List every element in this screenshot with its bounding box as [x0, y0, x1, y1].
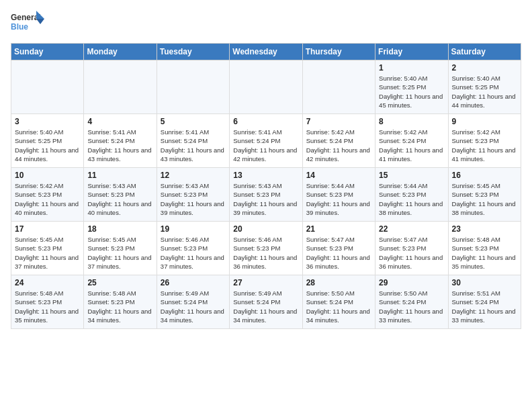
- day-info: Sunrise: 5:43 AM Sunset: 5:23 PM Dayligh…: [161, 181, 226, 217]
- day-info: Sunrise: 5:51 AM Sunset: 5:24 PM Dayligh…: [452, 289, 517, 324]
- svg-text:General: General: [11, 13, 41, 22]
- day-cell: 25Sunrise: 5:48 AM Sunset: 5:23 PM Dayli…: [84, 275, 157, 329]
- week-row-0: 1Sunrise: 5:40 AM Sunset: 5:25 PM Daylig…: [11, 60, 521, 114]
- day-cell: [84, 60, 157, 114]
- day-info: Sunrise: 5:48 AM Sunset: 5:23 PM Dayligh…: [15, 289, 80, 324]
- day-cell: 1Sunrise: 5:40 AM Sunset: 5:25 PM Daylig…: [375, 60, 448, 114]
- day-number: 11: [87, 171, 152, 180]
- week-row-3: 17Sunrise: 5:45 AM Sunset: 5:23 PM Dayli…: [11, 222, 521, 275]
- day-cell: 26Sunrise: 5:49 AM Sunset: 5:24 PM Dayli…: [157, 275, 229, 329]
- day-info: Sunrise: 5:41 AM Sunset: 5:24 PM Dayligh…: [233, 128, 298, 163]
- day-info: Sunrise: 5:41 AM Sunset: 5:24 PM Dayligh…: [161, 128, 226, 163]
- day-cell: 10Sunrise: 5:42 AM Sunset: 5:23 PM Dayli…: [11, 168, 84, 222]
- day-cell: [230, 60, 302, 114]
- day-info: Sunrise: 5:43 AM Sunset: 5:23 PM Dayligh…: [233, 181, 298, 217]
- day-cell: 28Sunrise: 5:50 AM Sunset: 5:24 PM Dayli…: [302, 275, 375, 329]
- day-cell: 6Sunrise: 5:41 AM Sunset: 5:24 PM Daylig…: [230, 114, 302, 168]
- day-number: 22: [379, 224, 444, 234]
- day-info: Sunrise: 5:40 AM Sunset: 5:25 PM Dayligh…: [379, 74, 444, 109]
- header-row: SundayMondayTuesdayWednesdayThursdayFrid…: [11, 44, 521, 60]
- day-info: Sunrise: 5:50 AM Sunset: 5:24 PM Dayligh…: [306, 289, 371, 324]
- day-cell: 24Sunrise: 5:48 AM Sunset: 5:23 PM Dayli…: [11, 275, 84, 329]
- day-cell: 16Sunrise: 5:45 AM Sunset: 5:23 PM Dayli…: [448, 168, 521, 222]
- day-cell: 23Sunrise: 5:48 AM Sunset: 5:23 PM Dayli…: [448, 222, 521, 275]
- day-cell: 7Sunrise: 5:42 AM Sunset: 5:24 PM Daylig…: [302, 114, 375, 168]
- day-number: 5: [161, 117, 226, 126]
- day-cell: 14Sunrise: 5:44 AM Sunset: 5:23 PM Dayli…: [302, 168, 375, 222]
- day-cell: [302, 60, 375, 114]
- day-cell: [157, 60, 229, 114]
- day-cell: 2Sunrise: 5:40 AM Sunset: 5:25 PM Daylig…: [448, 60, 521, 114]
- day-info: Sunrise: 5:42 AM Sunset: 5:24 PM Dayligh…: [306, 128, 371, 163]
- day-cell: 30Sunrise: 5:51 AM Sunset: 5:24 PM Dayli…: [448, 275, 521, 329]
- day-number: 24: [15, 278, 80, 287]
- logo-svg: General Blue: [11, 11, 44, 35]
- day-cell: 21Sunrise: 5:47 AM Sunset: 5:23 PM Dayli…: [302, 222, 375, 275]
- day-info: Sunrise: 5:46 AM Sunset: 5:23 PM Dayligh…: [233, 235, 298, 271]
- day-info: Sunrise: 5:44 AM Sunset: 5:23 PM Dayligh…: [306, 181, 371, 217]
- day-cell: 4Sunrise: 5:41 AM Sunset: 5:24 PM Daylig…: [84, 114, 157, 168]
- day-cell: 27Sunrise: 5:49 AM Sunset: 5:24 PM Dayli…: [230, 275, 302, 329]
- week-row-2: 10Sunrise: 5:42 AM Sunset: 5:23 PM Dayli…: [11, 168, 521, 222]
- calendar-header: SundayMondayTuesdayWednesdayThursdayFrid…: [11, 44, 521, 60]
- header-saturday: Saturday: [448, 44, 521, 60]
- day-number: 26: [161, 278, 226, 287]
- day-cell: 17Sunrise: 5:45 AM Sunset: 5:23 PM Dayli…: [11, 222, 84, 275]
- header-monday: Monday: [84, 44, 157, 60]
- day-info: Sunrise: 5:49 AM Sunset: 5:24 PM Dayligh…: [233, 289, 298, 324]
- day-number: 7: [306, 117, 371, 126]
- day-number: 19: [161, 224, 226, 234]
- svg-text:Blue: Blue: [11, 22, 28, 32]
- header-tuesday: Tuesday: [157, 44, 229, 60]
- day-number: 12: [161, 171, 226, 180]
- day-number: 28: [306, 278, 371, 287]
- day-info: Sunrise: 5:49 AM Sunset: 5:24 PM Dayligh…: [161, 289, 226, 324]
- day-cell: 18Sunrise: 5:45 AM Sunset: 5:23 PM Dayli…: [84, 222, 157, 275]
- day-cell: 11Sunrise: 5:43 AM Sunset: 5:23 PM Dayli…: [84, 168, 157, 222]
- header: General Blue: [11, 11, 521, 35]
- day-cell: 29Sunrise: 5:50 AM Sunset: 5:24 PM Dayli…: [375, 275, 448, 329]
- logo: General Blue: [11, 11, 44, 35]
- day-number: 16: [452, 171, 517, 180]
- day-info: Sunrise: 5:42 AM Sunset: 5:24 PM Dayligh…: [379, 128, 444, 163]
- day-cell: 20Sunrise: 5:46 AM Sunset: 5:23 PM Dayli…: [230, 222, 302, 275]
- day-info: Sunrise: 5:40 AM Sunset: 5:25 PM Dayligh…: [452, 74, 517, 109]
- day-info: Sunrise: 5:44 AM Sunset: 5:23 PM Dayligh…: [379, 181, 444, 217]
- day-cell: 8Sunrise: 5:42 AM Sunset: 5:24 PM Daylig…: [375, 114, 448, 168]
- header-sunday: Sunday: [11, 44, 84, 60]
- day-number: 3: [15, 117, 80, 126]
- day-number: 20: [233, 224, 298, 234]
- day-number: 10: [15, 171, 80, 180]
- header-thursday: Thursday: [302, 44, 375, 60]
- day-cell: 12Sunrise: 5:43 AM Sunset: 5:23 PM Dayli…: [157, 168, 229, 222]
- day-info: Sunrise: 5:41 AM Sunset: 5:24 PM Dayligh…: [87, 128, 152, 163]
- day-info: Sunrise: 5:47 AM Sunset: 5:23 PM Dayligh…: [306, 235, 371, 271]
- day-info: Sunrise: 5:45 AM Sunset: 5:23 PM Dayligh…: [87, 235, 152, 271]
- day-number: 17: [15, 224, 80, 234]
- day-number: 25: [87, 278, 152, 287]
- day-number: 13: [233, 171, 298, 180]
- day-info: Sunrise: 5:40 AM Sunset: 5:25 PM Dayligh…: [15, 128, 80, 163]
- day-info: Sunrise: 5:46 AM Sunset: 5:23 PM Dayligh…: [161, 235, 226, 271]
- day-number: 6: [233, 117, 298, 126]
- day-info: Sunrise: 5:47 AM Sunset: 5:23 PM Dayligh…: [379, 235, 444, 271]
- day-info: Sunrise: 5:48 AM Sunset: 5:23 PM Dayligh…: [452, 235, 517, 271]
- day-number: 4: [87, 117, 152, 126]
- week-row-1: 3Sunrise: 5:40 AM Sunset: 5:25 PM Daylig…: [11, 114, 521, 168]
- day-info: Sunrise: 5:43 AM Sunset: 5:23 PM Dayligh…: [87, 181, 152, 217]
- day-cell: 3Sunrise: 5:40 AM Sunset: 5:25 PM Daylig…: [11, 114, 84, 168]
- week-row-4: 24Sunrise: 5:48 AM Sunset: 5:23 PM Dayli…: [11, 275, 521, 329]
- day-number: 1: [379, 63, 444, 73]
- day-info: Sunrise: 5:42 AM Sunset: 5:23 PM Dayligh…: [15, 181, 80, 217]
- day-number: 9: [452, 117, 517, 126]
- day-number: 8: [379, 117, 444, 126]
- day-number: 27: [233, 278, 298, 287]
- svg-marker-2: [36, 11, 44, 19]
- day-cell: 22Sunrise: 5:47 AM Sunset: 5:23 PM Dayli…: [375, 222, 448, 275]
- calendar-body: 1Sunrise: 5:40 AM Sunset: 5:25 PM Daylig…: [11, 60, 521, 329]
- day-cell: [11, 60, 84, 114]
- calendar-table: SundayMondayTuesdayWednesdayThursdayFrid…: [11, 43, 521, 329]
- day-number: 14: [306, 171, 371, 180]
- day-number: 23: [452, 224, 517, 234]
- day-number: 21: [306, 224, 371, 234]
